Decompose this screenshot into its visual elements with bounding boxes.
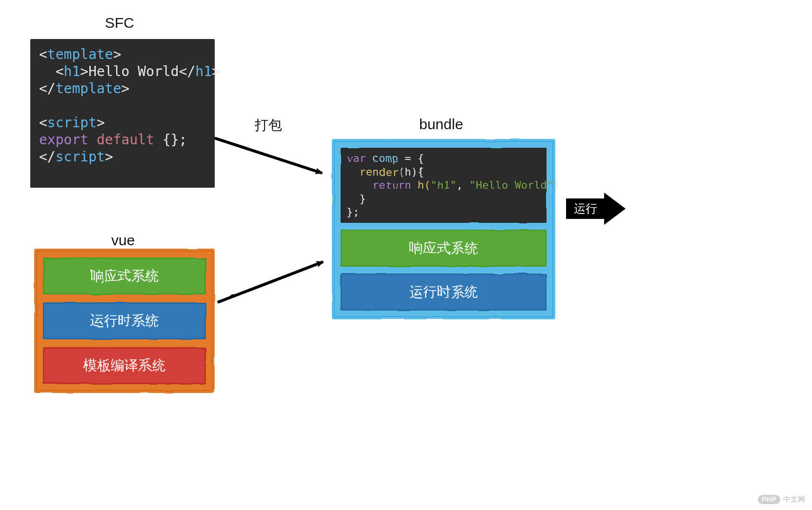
- label-package: 打包: [255, 116, 282, 135]
- sfc-template-open: template: [47, 46, 113, 62]
- arrow-run-head-icon: [604, 193, 626, 225]
- bundle-sep: ,: [456, 179, 469, 191]
- bundle-render-args: (h){: [398, 166, 424, 178]
- arrow-run: 运行: [566, 193, 626, 225]
- arrow-vue-to-bundle: [218, 262, 323, 302]
- sfc-code-block: <template> <h1>Hello World</h1> </templa…: [30, 39, 215, 188]
- vue-reactive-label: 响应式系统: [90, 267, 159, 285]
- bundle-runtime-label: 运行时系统: [409, 283, 478, 301]
- vue-compiler-label: 模板编译系统: [83, 356, 165, 375]
- title-sfc: SFC: [105, 15, 134, 31]
- bundle-var-kw: var: [346, 152, 366, 164]
- bundle-code-block: var comp = { render(h){ return h("h1", "…: [341, 148, 547, 223]
- sfc-h1-open: h1: [64, 63, 81, 79]
- sfc-script-open: script: [47, 115, 97, 131]
- label-run: 运行: [574, 201, 597, 216]
- bundle-runtime-box: 运行时系统: [341, 274, 547, 311]
- sfc-template-close: template: [56, 80, 122, 97]
- title-vue: vue: [111, 232, 135, 249]
- sfc-export-kw: export: [39, 132, 88, 148]
- watermark-php-badge: PHP: [758, 495, 780, 504]
- bundle-eq: = {: [405, 152, 424, 164]
- bundle-return-kw: return: [372, 179, 411, 191]
- sfc-h1-text: Hello World: [88, 63, 179, 79]
- bundle-close1: }: [346, 193, 366, 205]
- vue-compiler-box: 模板编译系统: [43, 347, 206, 384]
- sfc-export-rest: {};: [154, 132, 187, 148]
- bundle-h-open: h(: [411, 179, 430, 191]
- vue-reactive-box: 响应式系统: [43, 257, 206, 294]
- bundle-str1: "h1": [430, 179, 456, 191]
- bundle-h-close: ): [553, 179, 560, 191]
- diagram-canvas: SFC vue bundle <template> <h1>Hello Worl…: [0, 0, 812, 510]
- watermark: PHP 中文网: [758, 495, 805, 504]
- sfc-default-kw: default: [97, 132, 154, 148]
- arrow-run-shaft: 运行: [566, 198, 605, 219]
- bundle-reactive-label: 响应式系统: [409, 239, 478, 257]
- sfc-h1-close: h1: [195, 63, 212, 79]
- title-bundle: bundle: [419, 116, 463, 133]
- bundle-close2: };: [346, 206, 360, 218]
- vue-container: 响应式系统 运行时系统 模板编译系统: [34, 249, 215, 393]
- bundle-render-fn: render: [360, 166, 398, 178]
- sfc-script-close: script: [56, 149, 105, 165]
- bundle-var-name: comp: [366, 152, 405, 164]
- vue-runtime-label: 运行时系统: [90, 312, 159, 330]
- vue-runtime-box: 运行时系统: [43, 302, 206, 339]
- watermark-text: 中文网: [783, 495, 805, 504]
- arrow-sfc-to-bundle: [210, 137, 322, 173]
- bundle-container: var comp = { render(h){ return h("h1", "…: [332, 139, 555, 319]
- bundle-str2: "Hello World": [469, 179, 553, 191]
- bundle-reactive-box: 响应式系统: [341, 230, 547, 267]
